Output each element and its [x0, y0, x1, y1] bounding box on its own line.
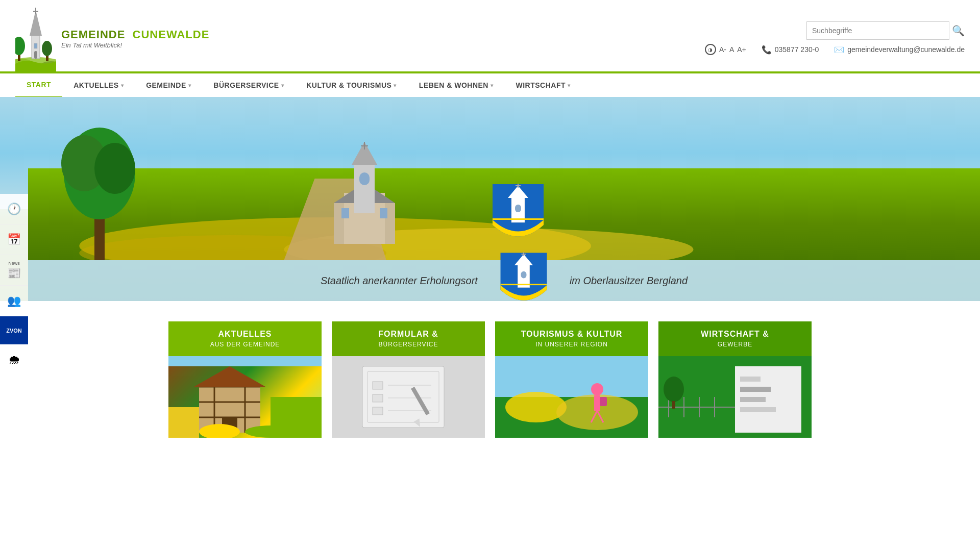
font-size-large[interactable]: A+: [737, 45, 746, 54]
card-header-wirtschaft: WIRTSCHAFT & GEWERBE: [658, 321, 812, 356]
nav-item-gemeinde[interactable]: GEMEINDE ▾: [135, 72, 202, 98]
chevron-down-icon: ▾: [188, 83, 191, 88]
hero-tree-svg: [28, 107, 171, 260]
caption-right: im Oberlausitzer Bergland: [570, 275, 688, 287]
accessibility-icon: ◑: [705, 44, 716, 55]
svg-rect-38: [493, 218, 544, 220]
svg-rect-57: [168, 356, 322, 366]
zvon-label: ZVON: [6, 328, 22, 334]
calendar-icon: 📅: [7, 233, 21, 246]
site-title-gemeinde: GEMEINDE: [61, 28, 125, 41]
svg-point-22: [94, 143, 135, 194]
card-aktuelles[interactable]: AKTUELLES AUS DER GEMEINDE: [168, 321, 322, 438]
card-image-wirtschaft: [658, 356, 812, 438]
section-cards: AKTUELLES AUS DER GEMEINDE: [0, 301, 980, 458]
sidebar-item-weather[interactable]: 🌧: [0, 344, 28, 375]
chevron-down-icon: ▾: [121, 83, 124, 88]
sidebar-item-clock1[interactable]: 🕐: [0, 194, 28, 224]
card-image-formular: [332, 356, 485, 438]
logo-text: GEMEINDE CUNEWALDE Ein Tal mit Weitblick…: [61, 28, 209, 49]
svg-rect-55: [168, 407, 199, 438]
main-nav: START AKTUELLES ▾ GEMEINDE ▾ BÜRGERSERVI…: [0, 71, 980, 97]
svg-rect-7: [34, 43, 37, 48]
svg-rect-26: [354, 162, 375, 213]
font-size-small[interactable]: A-: [719, 45, 726, 54]
svg-point-10: [15, 37, 25, 55]
svg-rect-90: [672, 401, 675, 409]
hero-caption: Staatlich anerkannter Erholungsort im Ob…: [28, 260, 980, 301]
coat-of-arms-caption: [498, 250, 549, 301]
news-label: News: [8, 261, 20, 266]
svg-rect-31: [341, 208, 349, 218]
svg-rect-82: [740, 397, 766, 402]
svg-rect-68: [332, 356, 485, 438]
weather-icon: 🌧: [8, 353, 20, 367]
svg-rect-56: [271, 397, 322, 438]
card-header-aktuelles: AKTUELLES AUS DER GEMEINDE: [168, 321, 322, 356]
caption-left: Staatlich anerkannter Erholungsort: [321, 275, 478, 287]
search-bar: 🔍: [806, 21, 965, 40]
chevron-down-icon: ▾: [491, 83, 494, 88]
svg-rect-83: [740, 407, 776, 412]
logo-area: GEMEINDE CUNEWALDE Ein Tal mit Weitblick…: [15, 5, 209, 71]
search-input[interactable]: [806, 21, 949, 40]
svg-rect-80: [740, 377, 761, 382]
chevron-down-icon: ▾: [394, 83, 397, 88]
card-title-tourismus: TOURISMUS & KULTUR: [500, 330, 643, 339]
header: GEMEINDE CUNEWALDE Ein Tal mit Weitblick…: [0, 0, 980, 71]
hero-banner: Staatlich anerkannter Erholungsort im Ob…: [0, 97, 980, 301]
people-icon: 👥: [7, 294, 21, 308]
header-right: 🔍 ◑ A- A A+ 📞 035877 230-0 ✉️ gemeindeve…: [705, 21, 965, 55]
svg-rect-41: [521, 271, 526, 279]
card-subtitle-aktuelles: AUS DER GEMEINDE: [174, 341, 316, 348]
chevron-down-icon: ▾: [568, 83, 571, 88]
svg-rect-44: [500, 284, 547, 285]
email-contact: ✉️ gemeindeverwaltung@cunewalde.de: [834, 45, 965, 55]
header-contacts: ◑ A- A A+ 📞 035877 230-0 ✉️ gemeindeverw…: [705, 44, 965, 55]
svg-rect-8: [34, 51, 37, 59]
card-header-tourismus: TOURISMUS & KULTUR IN UNSERER REGION: [495, 321, 648, 356]
card-subtitle-tourismus: IN UNSERER REGION: [500, 341, 643, 348]
svg-rect-69: [495, 356, 648, 397]
card-wirtschaft[interactable]: WIRTSCHAFT & GEWERBE: [658, 321, 812, 438]
clock-icon: 🕐: [7, 203, 21, 216]
phone-icon: 📞: [762, 45, 772, 55]
card-formular[interactable]: FORMULAR & BÜRGERSERVICE: [332, 321, 485, 438]
email-address[interactable]: gemeindeverwaltung@cunewalde.de: [847, 45, 965, 54]
coat-of-arms: [490, 182, 546, 250]
phone-contact: 📞 035877 230-0: [762, 45, 819, 55]
card-title-formular: FORMULAR &: [337, 330, 480, 339]
nav-item-buergerservice[interactable]: BÜRGERSERVICE ▾: [202, 72, 295, 98]
nav-item-aktuelles[interactable]: AKTUELLES ▾: [62, 72, 135, 98]
nav-item-leben[interactable]: LEBEN & WOHNEN ▾: [408, 72, 505, 98]
site-title: GEMEINDE CUNEWALDE: [61, 28, 209, 41]
svg-point-12: [42, 41, 52, 56]
svg-point-73: [591, 383, 603, 395]
card-subtitle-formular: BÜRGERSERVICE: [337, 341, 480, 348]
phone-number: 035877 230-0: [775, 45, 819, 54]
svg-marker-51: [194, 366, 265, 387]
sidebar: 🕐 📅 News 📰 👥 ZVON 🌧: [0, 194, 28, 375]
card-tourismus[interactable]: TOURISMUS & KULTUR IN UNSERER REGION: [495, 321, 648, 438]
svg-rect-32: [380, 208, 387, 218]
card-subtitle-wirtschaft: GEWERBE: [664, 341, 806, 348]
svg-point-71: [505, 392, 567, 422]
svg-rect-30: [359, 172, 370, 185]
sidebar-item-news[interactable]: News 📰: [0, 255, 28, 286]
hero-section: 🕐 📅 News 📰 👥 ZVON 🌧: [0, 97, 980, 301]
sidebar-item-clock2[interactable]: 📅: [0, 224, 28, 255]
font-size-normal[interactable]: A: [729, 45, 734, 54]
nav-item-kultur[interactable]: KULTUR & TOURISMUS ▾: [295, 72, 408, 98]
hero-church-svg: [313, 142, 415, 244]
news-icon: 📰: [7, 267, 21, 280]
nav-item-start[interactable]: START: [15, 72, 62, 98]
site-subtitle: Ein Tal mit Weitblick!: [61, 41, 122, 49]
sidebar-item-zvon[interactable]: ZVON: [0, 316, 28, 344]
svg-rect-35: [515, 205, 521, 212]
card-header-formular: FORMULAR & BÜRGERSERVICE: [332, 321, 485, 356]
card-image-tourismus: [495, 356, 648, 438]
sidebar-item-people[interactable]: 👥: [0, 286, 28, 316]
logo-icon: [15, 5, 56, 71]
nav-item-wirtschaft[interactable]: WIRTSCHAFT ▾: [504, 72, 581, 98]
search-button[interactable]: 🔍: [952, 24, 965, 37]
